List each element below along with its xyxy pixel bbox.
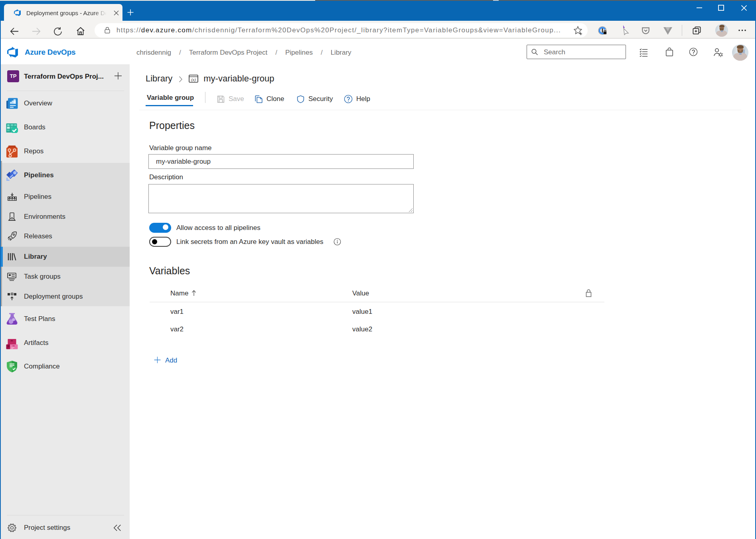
svg-text:(x): (x) — [191, 77, 196, 82]
